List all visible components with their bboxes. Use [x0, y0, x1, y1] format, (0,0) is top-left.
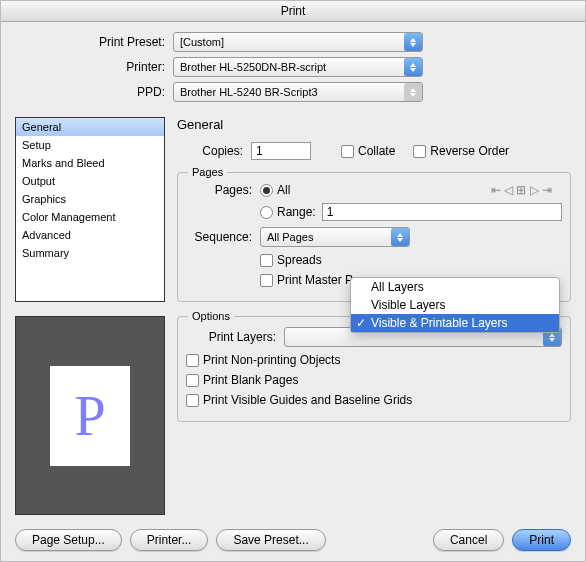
collate-checkbox[interactable] [341, 145, 354, 158]
category-item-general[interactable]: General [16, 118, 164, 136]
button-bar: Page Setup... Printer... Save Preset... … [1, 521, 585, 561]
reverse-label: Reverse Order [430, 144, 509, 158]
spreads-label: Spreads [277, 253, 322, 267]
options-group: Options All Layers Visible Layers Visibl… [177, 316, 571, 422]
save-preset-button[interactable]: Save Preset... [216, 529, 325, 551]
sequence-select[interactable]: All Pages [260, 227, 410, 247]
dropdown-arrow-icon [404, 58, 422, 76]
print-dialog: Print Print Preset: [Custom] Printer: Br… [0, 0, 586, 562]
page-nav-icons[interactable]: ⇤ ◁ ⊞ ▷ ⇥ [491, 183, 552, 197]
printer-select[interactable]: Brother HL-5250DN-BR-script [173, 57, 423, 77]
print-button[interactable]: Print [512, 529, 571, 551]
pages-all-label: All [277, 183, 290, 197]
layers-option-visible[interactable]: Visible Layers [351, 296, 559, 314]
category-item-color[interactable]: Color Management [16, 208, 164, 226]
dropdown-arrow-icon [404, 33, 422, 51]
range-input[interactable] [322, 203, 562, 221]
printer-button[interactable]: Printer... [130, 529, 209, 551]
guides-label: Print Visible Guides and Baseline Grids [203, 393, 412, 407]
pages-legend: Pages [188, 166, 227, 178]
pages-all-radio[interactable] [260, 184, 273, 197]
print-layers-label: Print Layers: [186, 330, 276, 344]
nonprint-label: Print Non-printing Objects [203, 353, 340, 367]
ppd-label: PPD: [41, 85, 165, 99]
left-column: General Setup Marks and Bleed Output Gra… [15, 117, 165, 515]
category-list[interactable]: General Setup Marks and Bleed Output Gra… [15, 117, 165, 302]
category-item-advanced[interactable]: Advanced [16, 226, 164, 244]
copies-input[interactable] [251, 142, 311, 160]
ppd-select: Brother HL-5240 BR-Script3 [173, 82, 423, 102]
sequence-label: Sequence: [186, 230, 252, 244]
cancel-button[interactable]: Cancel [433, 529, 504, 551]
category-item-summary[interactable]: Summary [16, 244, 164, 262]
preview-page: P [50, 366, 130, 466]
guides-checkbox[interactable] [186, 394, 199, 407]
right-column: General Copies: Collate Reverse Order Pa… [177, 117, 571, 515]
pages-label: Pages: [186, 183, 252, 197]
copies-label: Copies: [177, 144, 243, 158]
print-layers-menu[interactable]: All Layers Visible Layers Visible & Prin… [350, 277, 560, 333]
layers-option-all[interactable]: All Layers [351, 278, 559, 296]
page-setup-button[interactable]: Page Setup... [15, 529, 122, 551]
printer-label: Printer: [41, 60, 165, 74]
reverse-checkbox[interactable] [413, 145, 426, 158]
master-checkbox[interactable] [260, 274, 273, 287]
spreads-checkbox[interactable] [260, 254, 273, 267]
blank-checkbox[interactable] [186, 374, 199, 387]
category-item-output[interactable]: Output [16, 172, 164, 190]
layers-option-printable[interactable]: Visible & Printable Layers [351, 314, 559, 332]
print-preset-select[interactable]: [Custom] [173, 32, 423, 52]
page-preview: P [15, 316, 165, 515]
main-content: General Setup Marks and Bleed Output Gra… [1, 113, 585, 521]
dropdown-arrow-icon [404, 83, 422, 101]
category-item-graphics[interactable]: Graphics [16, 190, 164, 208]
category-item-setup[interactable]: Setup [16, 136, 164, 154]
category-item-marks[interactable]: Marks and Bleed [16, 154, 164, 172]
pages-range-radio[interactable] [260, 206, 273, 219]
collate-label: Collate [358, 144, 395, 158]
print-preset-label: Print Preset: [41, 35, 165, 49]
section-title: General [177, 117, 571, 132]
pages-range-label: Range: [277, 205, 316, 219]
options-legend: Options [188, 310, 234, 322]
preset-area: Print Preset: [Custom] Printer: Brother … [1, 22, 585, 113]
dropdown-arrow-icon [391, 228, 409, 246]
window-title: Print [1, 1, 585, 22]
nonprint-checkbox[interactable] [186, 354, 199, 367]
blank-label: Print Blank Pages [203, 373, 298, 387]
